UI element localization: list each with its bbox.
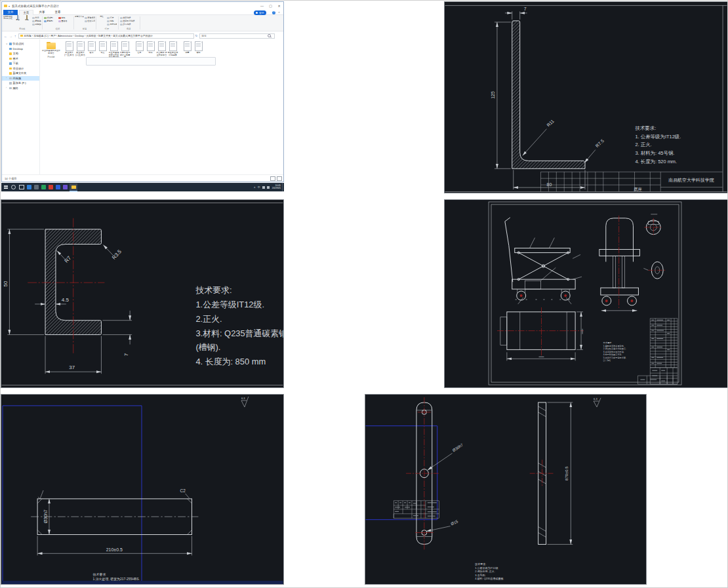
tab-view[interactable]: 查看 (51, 10, 65, 15)
taskbar-file-explorer-active[interactable] (70, 184, 77, 191)
taskbar-app[interactable] (56, 185, 60, 189)
sidebar-item-documents[interactable]: 文档 (2, 51, 39, 56)
taskbar-app[interactable] (63, 185, 68, 189)
dim-width: 37 (69, 364, 75, 370)
edit-button[interactable]: 编辑 (107, 20, 117, 23)
collapse-ribbon-icon[interactable]: ∧ (278, 10, 280, 14)
up-icon[interactable]: ↑ (14, 34, 16, 38)
sidebar-drive-f[interactable]: 新加卷 (F:) (2, 81, 39, 86)
taskbar-app[interactable] (41, 185, 46, 189)
easy-access-button[interactable]: 轻松访问 (85, 20, 95, 23)
network-icon[interactable] (267, 186, 270, 189)
sidebar-item-folder[interactable]: 毕业设计 (2, 66, 39, 71)
taskbar-clock[interactable]: 10:05 2019/6/5 (272, 185, 281, 190)
input-method-indicator[interactable]: 中 (258, 186, 260, 189)
sidebar-item-pictures[interactable]: 图片 (2, 56, 39, 62)
minimize-button[interactable]: — (258, 2, 266, 10)
copy-to-button[interactable]: 复制到 (44, 20, 57, 23)
tab-share[interactable]: 共享 (35, 10, 49, 15)
file-item[interactable]: 毕业设计(二)任务书 (75, 41, 86, 56)
file-item[interactable]: 学生毕业设计选题表 (167, 41, 178, 56)
thumbnail-view-icon[interactable] (277, 176, 282, 181)
tray-chevron-icon[interactable]: ∧ (254, 186, 256, 189)
properties-button[interactable]: 属性 (97, 16, 106, 26)
file-item[interactable]: 初稿 (145, 41, 156, 54)
sidebar-network[interactable]: ›网络 (2, 86, 39, 91)
paste-shortcut-button[interactable]: 粘贴快捷方式 (32, 23, 41, 26)
file-item[interactable]: 代用标准化设计文件要求 (119, 41, 131, 59)
file-item[interactable]: 答辩 (86, 41, 97, 54)
back-icon[interactable]: ← (4, 34, 7, 38)
invert-selection-button[interactable]: 反向选择 (120, 23, 136, 26)
taskbar-app[interactable] (34, 185, 39, 189)
search-input[interactable] (200, 35, 267, 37)
copy-path-button[interactable]: 复制路径 (32, 20, 41, 23)
quick-access-toolbar-icon[interactable]: ▾ (9, 5, 10, 8)
arm-front-view: Ø30h7 Ø15 (406, 397, 464, 551)
surface-roughness-icon: 6.3 (594, 397, 601, 407)
document-icon (147, 41, 155, 51)
list-view-icon[interactable] (270, 176, 275, 181)
maximize-button[interactable]: ▢ (266, 2, 275, 10)
sidebar-item-desktop[interactable]: Desktop (2, 47, 39, 52)
folder-item[interactable]: 剪叉式装载式液压升降平台 Presldr (41, 41, 61, 58)
close-button[interactable]: ✕ (275, 2, 283, 10)
detail-view-wheel (643, 262, 666, 279)
copy-button[interactable]: 复制 (13, 16, 22, 26)
pin-to-quick-access-button[interactable]: 固定到快速访问工具栏 (3, 16, 12, 26)
file-item[interactable]: 毕业设计(一)任务书 (64, 41, 75, 56)
dim-inner-radius: R7 (64, 255, 73, 264)
file-item[interactable]: 外文翻译-液压升降平台 (156, 41, 167, 56)
surface-roughness-icon: 6.3 (241, 397, 249, 407)
volume-icon[interactable] (262, 186, 265, 189)
sidebar-quick-access[interactable]: ∨快速访问 (2, 41, 39, 47)
new-item-button[interactable]: 新建项目 (85, 16, 95, 20)
paste-button[interactable]: 粘贴 (22, 16, 31, 26)
svg-text:技术要求: 技术要求 (93, 572, 106, 577)
delete-button[interactable]: 删除 (58, 16, 71, 20)
file-item[interactable]: 任务 (134, 41, 145, 54)
task-view-icon[interactable] (19, 185, 24, 189)
select-all-button[interactable]: 全部选择 (120, 16, 136, 20)
sidebar-item-folder[interactable]: 新建文件夹 (2, 71, 39, 76)
show-desktop-button[interactable] (282, 183, 284, 191)
file-menu[interactable]: 文件 (3, 10, 18, 15)
dim-length: 210±0.5 (106, 547, 123, 552)
select-none-button[interactable]: 全部取消选择 (120, 20, 136, 23)
tab-home[interactable]: 主页 (19, 10, 33, 15)
refresh-icon[interactable]: ↻ (195, 34, 198, 37)
rename-field[interactable]: Presldr (41, 56, 61, 58)
svg-text:2.液压缸安装后运动灵活.: 2.液压缸安装后运动灵活. (603, 347, 626, 350)
svg-text:1. 公差等级为IT12级.: 1. 公差等级为IT12级. (635, 134, 681, 140)
file-item[interactable]: 绪论 (193, 41, 204, 54)
help-icon[interactable]: ? (272, 11, 275, 14)
open-button[interactable]: 打开 (107, 16, 117, 20)
group-label-organize: 组织 (43, 28, 73, 30)
viewport-frame-blue (365, 426, 437, 520)
new-folder-button[interactable]: 新建文件夹 (75, 16, 84, 26)
sidebar-item-downloads[interactable]: 下载 (2, 61, 39, 66)
sidebar-this-pc[interactable]: ›此电脑 (2, 76, 39, 81)
file-item[interactable]: 摘要 (182, 41, 193, 54)
taskbar-app-edge[interactable] (27, 185, 31, 189)
cut-button[interactable]: 剪切 (32, 16, 41, 20)
file-item[interactable]: 论文 (97, 41, 108, 54)
documents-icon (9, 52, 12, 55)
taskbar-app[interactable] (49, 185, 53, 189)
move-to-button[interactable]: 移动到 (44, 16, 57, 20)
desktop-icon (9, 48, 12, 50)
status-bar: 14 个项目 (2, 174, 283, 182)
cad-panel-arm-drawing: Ø30h7 Ø15 870±0.5 6.3 技术要求: 1.公差等级为IT12级… (365, 394, 647, 585)
breadcrumb[interactable]: 此电脑 › 本地磁盘 (C:) › 用户 › Administrator › D… (18, 33, 194, 39)
file-item[interactable]: 剪叉式装载式液压升降平台开题报告 (108, 41, 119, 59)
document-icon (184, 41, 192, 51)
svg-text:4.材料: Q235普通碳素钢.: 4.材料: Q235普通碳素钢. (475, 577, 504, 581)
history-button[interactable]: 历史记录 (107, 23, 117, 26)
document-icon (88, 41, 96, 51)
sign-in-button[interactable]: 登录 (254, 10, 266, 15)
start-button[interactable] (4, 186, 8, 189)
search-box[interactable] (199, 33, 275, 39)
rename-button[interactable]: 重命名 (58, 20, 71, 23)
forward-icon[interactable]: → (9, 34, 12, 38)
cortana-search-icon[interactable] (11, 185, 16, 189)
